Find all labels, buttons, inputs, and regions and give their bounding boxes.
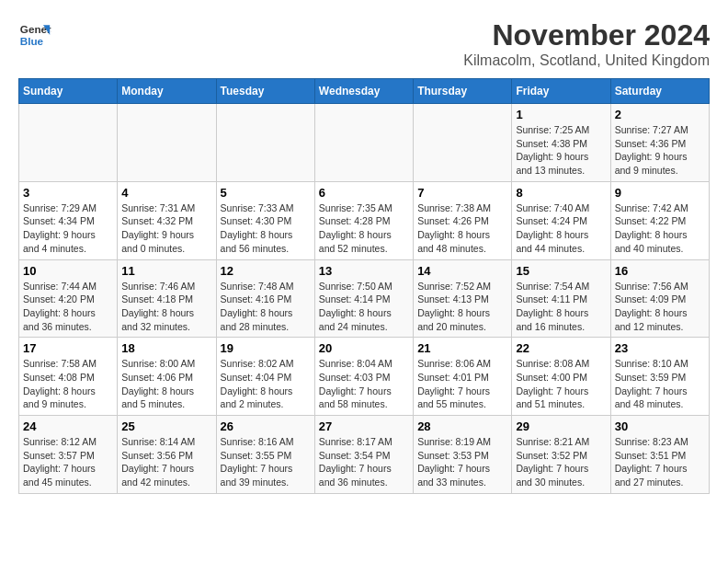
day-info: Sunrise: 7:58 AM Sunset: 4:08 PM Dayligh… (23, 357, 113, 411)
day-info: Sunrise: 8:02 AM Sunset: 4:04 PM Dayligh… (221, 357, 311, 411)
calendar-table: SundayMondayTuesdayWednesdayThursdayFrid… (18, 78, 710, 494)
day-info: Sunrise: 8:04 AM Sunset: 4:03 PM Dayligh… (319, 357, 409, 411)
weekday-header-row: SundayMondayTuesdayWednesdayThursdayFrid… (19, 79, 710, 104)
calendar-week-5: 24Sunrise: 8:12 AM Sunset: 3:57 PM Dayli… (19, 416, 710, 494)
calendar-cell: 16Sunrise: 7:56 AM Sunset: 4:09 PM Dayli… (610, 259, 709, 338)
day-number: 21 (417, 341, 507, 355)
day-number: 29 (516, 419, 606, 433)
calendar-cell: 23Sunrise: 8:10 AM Sunset: 3:59 PM Dayli… (610, 338, 709, 416)
day-number: 18 (121, 341, 211, 355)
logo-icon: General Blue (18, 18, 51, 52)
logo: General Blue (18, 18, 51, 52)
calendar-cell: 24Sunrise: 8:12 AM Sunset: 3:57 PM Dayli… (19, 416, 118, 494)
calendar-cell (19, 104, 118, 182)
day-number: 7 (417, 186, 507, 200)
calendar-cell: 12Sunrise: 7:48 AM Sunset: 4:16 PM Dayli… (216, 259, 314, 338)
calendar-cell: 11Sunrise: 7:46 AM Sunset: 4:18 PM Dayli… (118, 259, 216, 338)
calendar-cell: 14Sunrise: 7:52 AM Sunset: 4:13 PM Dayli… (414, 259, 512, 338)
day-number: 13 (319, 264, 409, 278)
calendar-week-2: 3Sunrise: 7:29 AM Sunset: 4:34 PM Daylig… (19, 181, 710, 259)
day-info: Sunrise: 7:33 AM Sunset: 4:30 PM Dayligh… (221, 201, 311, 256)
day-info: Sunrise: 7:52 AM Sunset: 4:13 PM Dayligh… (417, 280, 507, 334)
day-info: Sunrise: 8:21 AM Sunset: 3:52 PM Dayligh… (516, 435, 606, 489)
day-info: Sunrise: 7:46 AM Sunset: 4:18 PM Dayligh… (121, 280, 211, 334)
day-info: Sunrise: 8:12 AM Sunset: 3:57 PM Dayligh… (23, 435, 113, 489)
day-number: 11 (121, 264, 211, 278)
month-title: November 2024 (463, 18, 710, 52)
calendar-cell: 18Sunrise: 8:00 AM Sunset: 4:06 PM Dayli… (118, 338, 216, 416)
calendar-cell: 20Sunrise: 8:04 AM Sunset: 4:03 PM Dayli… (314, 338, 413, 416)
day-info: Sunrise: 8:17 AM Sunset: 3:54 PM Dayligh… (319, 435, 409, 489)
day-info: Sunrise: 7:56 AM Sunset: 4:09 PM Dayligh… (615, 280, 705, 334)
day-number: 30 (615, 419, 705, 433)
day-info: Sunrise: 7:42 AM Sunset: 4:22 PM Dayligh… (615, 201, 705, 256)
calendar-cell (118, 104, 216, 182)
day-info: Sunrise: 8:10 AM Sunset: 3:59 PM Dayligh… (615, 357, 705, 411)
day-number: 3 (23, 186, 113, 200)
calendar-cell: 27Sunrise: 8:17 AM Sunset: 3:54 PM Dayli… (314, 416, 413, 494)
day-info: Sunrise: 7:27 AM Sunset: 4:36 PM Dayligh… (615, 123, 705, 178)
page-header: General Blue November 2024 Kilmacolm, Sc… (18, 18, 710, 69)
day-info: Sunrise: 7:44 AM Sunset: 4:20 PM Dayligh… (23, 280, 113, 334)
day-number: 5 (221, 186, 311, 200)
day-number: 14 (417, 264, 507, 278)
calendar-cell: 26Sunrise: 8:16 AM Sunset: 3:55 PM Dayli… (216, 416, 314, 494)
calendar-cell: 17Sunrise: 7:58 AM Sunset: 4:08 PM Dayli… (19, 338, 118, 416)
weekday-header-monday: Monday (118, 79, 216, 104)
calendar-cell: 4Sunrise: 7:31 AM Sunset: 4:32 PM Daylig… (118, 181, 216, 259)
day-info: Sunrise: 7:38 AM Sunset: 4:26 PM Dayligh… (417, 201, 507, 256)
day-info: Sunrise: 8:00 AM Sunset: 4:06 PM Dayligh… (121, 357, 211, 411)
day-number: 23 (615, 341, 705, 355)
day-number: 2 (615, 108, 705, 121)
calendar-cell: 2Sunrise: 7:27 AM Sunset: 4:36 PM Daylig… (610, 104, 709, 182)
day-info: Sunrise: 7:48 AM Sunset: 4:16 PM Dayligh… (221, 280, 311, 334)
day-number: 6 (319, 186, 409, 200)
calendar-week-1: 1Sunrise: 7:25 AM Sunset: 4:38 PM Daylig… (19, 104, 710, 182)
day-info: Sunrise: 8:06 AM Sunset: 4:01 PM Dayligh… (417, 357, 507, 411)
calendar-cell: 5Sunrise: 7:33 AM Sunset: 4:30 PM Daylig… (216, 181, 314, 259)
calendar-cell: 8Sunrise: 7:40 AM Sunset: 4:24 PM Daylig… (512, 181, 610, 259)
day-number: 25 (121, 419, 211, 433)
day-number: 1 (516, 108, 606, 121)
day-number: 26 (221, 419, 311, 433)
day-number: 4 (121, 186, 211, 200)
calendar-cell: 10Sunrise: 7:44 AM Sunset: 4:20 PM Dayli… (19, 259, 118, 338)
day-number: 20 (319, 341, 409, 355)
calendar-cell: 25Sunrise: 8:14 AM Sunset: 3:56 PM Dayli… (118, 416, 216, 494)
day-number: 12 (221, 264, 311, 278)
day-info: Sunrise: 8:19 AM Sunset: 3:53 PM Dayligh… (417, 435, 507, 489)
day-info: Sunrise: 8:23 AM Sunset: 3:51 PM Dayligh… (615, 435, 705, 489)
calendar-cell: 15Sunrise: 7:54 AM Sunset: 4:11 PM Dayli… (512, 259, 610, 338)
day-number: 24 (23, 419, 113, 433)
calendar-cell: 9Sunrise: 7:42 AM Sunset: 4:22 PM Daylig… (610, 181, 709, 259)
calendar-cell: 28Sunrise: 8:19 AM Sunset: 3:53 PM Dayli… (414, 416, 512, 494)
day-number: 16 (615, 264, 705, 278)
day-number: 10 (23, 264, 113, 278)
calendar-cell: 21Sunrise: 8:06 AM Sunset: 4:01 PM Dayli… (414, 338, 512, 416)
calendar-cell: 3Sunrise: 7:29 AM Sunset: 4:34 PM Daylig… (19, 181, 118, 259)
calendar-week-4: 17Sunrise: 7:58 AM Sunset: 4:08 PM Dayli… (19, 338, 710, 416)
calendar-cell: 1Sunrise: 7:25 AM Sunset: 4:38 PM Daylig… (512, 104, 610, 182)
day-number: 15 (516, 264, 606, 278)
day-info: Sunrise: 8:16 AM Sunset: 3:55 PM Dayligh… (221, 435, 311, 489)
day-info: Sunrise: 7:50 AM Sunset: 4:14 PM Dayligh… (319, 280, 409, 334)
calendar-cell: 30Sunrise: 8:23 AM Sunset: 3:51 PM Dayli… (610, 416, 709, 494)
calendar-cell (314, 104, 413, 182)
day-info: Sunrise: 8:08 AM Sunset: 4:00 PM Dayligh… (516, 357, 606, 411)
calendar-cell: 7Sunrise: 7:38 AM Sunset: 4:26 PM Daylig… (414, 181, 512, 259)
day-number: 9 (615, 186, 705, 200)
day-info: Sunrise: 7:54 AM Sunset: 4:11 PM Dayligh… (516, 280, 606, 334)
location-title: Kilmacolm, Scotland, United Kingdom (463, 52, 710, 69)
day-number: 19 (221, 341, 311, 355)
calendar-cell: 13Sunrise: 7:50 AM Sunset: 4:14 PM Dayli… (314, 259, 413, 338)
day-number: 22 (516, 341, 606, 355)
weekday-header-saturday: Saturday (610, 79, 709, 104)
calendar-cell: 19Sunrise: 8:02 AM Sunset: 4:04 PM Dayli… (216, 338, 314, 416)
day-info: Sunrise: 8:14 AM Sunset: 3:56 PM Dayligh… (121, 435, 211, 489)
title-area: November 2024 Kilmacolm, Scotland, Unite… (463, 18, 710, 69)
calendar-cell (414, 104, 512, 182)
svg-text:Blue: Blue (20, 35, 44, 47)
day-info: Sunrise: 7:40 AM Sunset: 4:24 PM Dayligh… (516, 201, 606, 256)
calendar-cell: 29Sunrise: 8:21 AM Sunset: 3:52 PM Dayli… (512, 416, 610, 494)
day-number: 8 (516, 186, 606, 200)
